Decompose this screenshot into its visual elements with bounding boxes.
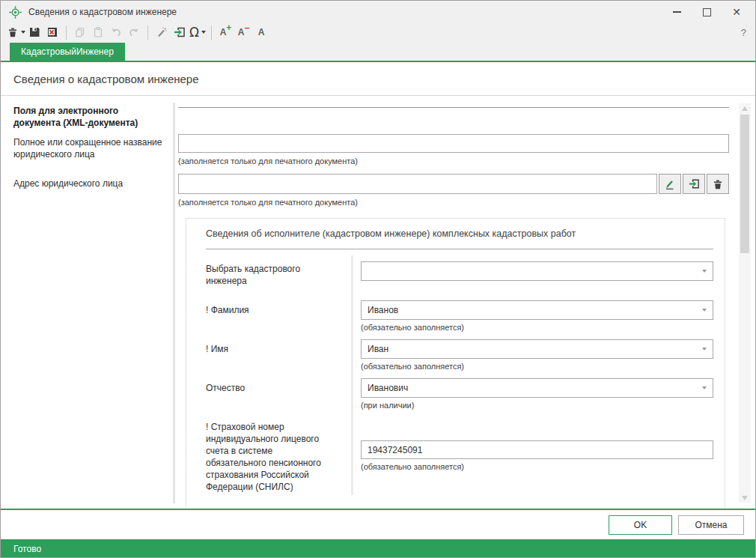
cancel-button[interactable]: Отмена: [678, 515, 744, 535]
magic-wand-icon[interactable]: [153, 24, 171, 40]
page-title: Сведения о кадастровом инженере: [13, 73, 755, 85]
maximize-icon[interactable]: [701, 7, 712, 17]
field-row-select-engineer: Выбрать кадастрового инженера: [206, 261, 713, 287]
delete-icon[interactable]: [7, 24, 25, 40]
group-divider: [351, 255, 353, 495]
minimize-icon[interactable]: [671, 7, 682, 17]
save-icon[interactable]: [25, 24, 43, 40]
toolbar-separator: [211, 25, 212, 40]
chevron-down-icon: [702, 309, 707, 312]
org-name-hint: (заполняется только для печатного докуме…: [178, 157, 729, 166]
field-row-patronymic: Отчество Иванович (при наличии): [206, 378, 713, 410]
field-hint: (при наличии): [361, 401, 713, 410]
font-decrease-icon[interactable]: A–: [234, 24, 252, 40]
delete-button[interactable]: [707, 174, 729, 194]
form-top-rule: [178, 107, 729, 108]
toolbar-separator: [66, 25, 67, 40]
chevron-down-icon: [702, 270, 707, 273]
surname-dropdown[interactable]: Иванов: [361, 300, 713, 320]
sidebar-item-org-address: Адрес юридического лица: [13, 178, 164, 189]
field-label: ! Имя: [206, 339, 351, 371]
chevron-down-icon: [702, 386, 707, 389]
name-dropdown[interactable]: Иван: [361, 339, 713, 359]
redo-icon: [125, 24, 143, 40]
field-label: ! Фамилия: [206, 300, 351, 332]
patronymic-dropdown[interactable]: Иванович: [361, 378, 713, 398]
insert-button[interactable]: [683, 174, 705, 194]
field-label: ! Страховой номер индивидуального лицево…: [206, 417, 351, 493]
org-address-input[interactable]: [178, 174, 657, 194]
org-name-input[interactable]: [178, 134, 729, 153]
undo-icon: [107, 24, 125, 40]
help-button[interactable]: ?: [741, 27, 746, 38]
field-hint: (обязательно заполняется): [361, 323, 713, 332]
scroll-down-icon[interactable]: [739, 493, 751, 503]
field-hint: (обязательно заполняется): [361, 362, 713, 371]
tab-bar: КадастровыйИнженер: [1, 43, 755, 62]
sidebar-item-org-name: Полное или сокращенное название юридичес…: [13, 136, 164, 160]
scroll-up-icon[interactable]: [739, 103, 751, 113]
paste-icon: [89, 24, 107, 40]
field-label: Отчество: [206, 378, 351, 410]
window-title: Сведения о кадастровом инженере: [28, 7, 671, 17]
tab-kadastroviy-inzhener[interactable]: КадастровыйИнженер: [10, 43, 125, 61]
field-row-surname: ! Фамилия Иванов (обязательно заполняетс…: [206, 300, 713, 332]
page-heading: Сведения о кадастровом инженере: [1, 62, 755, 96]
export-excel-icon[interactable]: [43, 24, 61, 40]
title-bar: Сведения о кадастровом инженере ✕: [1, 1, 755, 23]
ok-button[interactable]: OK: [609, 515, 672, 535]
toolbar-separator: [147, 25, 148, 40]
omega-icon[interactable]: Ω: [189, 24, 207, 40]
close-icon[interactable]: ✕: [731, 7, 742, 17]
group-title: Сведения об исполнителе (кадастровом инж…: [206, 228, 713, 239]
field-label: Выбрать кадастрового инженера: [206, 261, 351, 287]
engineer-group-box: Сведения об исполнителе (кадастровом инж…: [186, 218, 725, 509]
app-crosshair-icon: [8, 5, 22, 19]
status-text: Готово: [13, 544, 41, 554]
vertical-scrollbar[interactable]: [739, 103, 751, 503]
org-address-hint: (заполняется только для печатного докуме…: [178, 198, 729, 207]
sidebar: Поля для электронного документа (XML-док…: [1, 96, 173, 509]
form-area: (заполняется только для печатного докуме…: [175, 96, 739, 509]
toolbar: Ω A+ A– A ?: [1, 23, 755, 43]
chevron-down-icon: [702, 348, 707, 351]
insert-icon[interactable]: [171, 24, 189, 40]
font-default-icon[interactable]: A: [252, 24, 270, 40]
field-row-name: ! Имя Иван (обязательно заполняется): [206, 339, 713, 371]
app-window: Сведения о кадастровом инженере ✕: [0, 0, 756, 558]
status-bar: Готово: [1, 539, 755, 558]
select-engineer-dropdown[interactable]: [361, 261, 713, 281]
field-row-snils: ! Страховой номер индивидуального лицево…: [206, 417, 713, 493]
dialog-footer: OK Отмена: [1, 509, 755, 539]
edit-button[interactable]: [659, 174, 681, 194]
sidebar-section-title: Поля для электронного документа (XML-док…: [13, 105, 164, 129]
font-increase-icon[interactable]: A+: [216, 24, 234, 40]
snils-input[interactable]: [361, 440, 713, 459]
field-hint: (обязательно заполняется): [361, 462, 713, 471]
scrollbar-thumb[interactable]: [740, 115, 749, 253]
copy-icon: [71, 24, 89, 40]
